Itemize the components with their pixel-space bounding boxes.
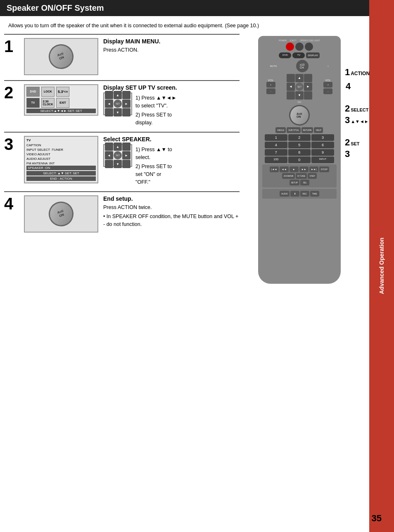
help-btn[interactable]: HELP <box>314 127 323 133</box>
page-title: Speaker ON/OFF System <box>0 0 394 16</box>
power-button[interactable] <box>286 43 294 51</box>
num-1[interactable]: 1 <box>265 134 287 141</box>
step-2-substeps: ▲ ◄ SET ► ▼ 1) Press ▲▼◄►to se <box>103 93 240 127</box>
lock-icon: LOCK <box>41 87 55 97</box>
callout-labels: 1 ACTION 4 2 SELECT 3 ▲▼◄► 2 <box>345 34 370 159</box>
tv-title: TV <box>26 138 96 142</box>
step-2-number: 2 <box>4 84 21 101</box>
zoom-btn[interactable]: ZOOM/NR <box>282 173 295 179</box>
dvd-icon: DVD <box>26 87 40 97</box>
dpad-up[interactable]: ▲ <box>295 74 304 82</box>
step-btn[interactable]: STEP <box>308 173 317 179</box>
dvd-src-button[interactable]: DVD <box>279 52 291 58</box>
angle-btn[interactable]: ANGLE <box>275 127 286 133</box>
return-btn[interactable]: RETURN <box>301 127 313 133</box>
display-button[interactable]: DISPLAY <box>306 52 320 58</box>
callout-select-group: 2 SELECT 3 ▲▼◄► <box>345 103 370 126</box>
step-3-desc: Select SPEAKER. ▲ ◄ SET ► <box>103 136 240 186</box>
callout-4: 4 <box>346 81 370 92</box>
eject-button[interactable] <box>295 43 304 51</box>
num-0[interactable]: 0 <box>288 157 311 163</box>
step-1-image: ActiON <box>24 38 98 75</box>
step-3: 3 TV CAPTION INPUT SELECT :TUNER VIDEO A… <box>4 132 240 186</box>
ff-btn[interactable]: ►► <box>299 166 309 172</box>
step-3-heading: Select SPEAKER. <box>103 136 240 142</box>
step-1-heading: Display MAIN MENU. <box>103 38 240 45</box>
right-column: POWER EJECT OPEN/CLOSE LIGHT DVD TV DISP… <box>244 34 384 284</box>
vol2-up[interactable]: + <box>323 82 332 88</box>
title-text: Speaker ON/OFF System <box>7 3 104 12</box>
prev-btn[interactable]: |◄◄ <box>270 166 279 172</box>
transport-section: |◄◄ ◄◄ ► ►► ►►| STOP ZOOM/NR R.TUNE STEP… <box>262 164 337 188</box>
callout-action: 1 ACTION <box>345 67 370 78</box>
tv-menu-screen: DVD LOCK 5.3¹CH TV 2:30CLOCK EXIT SELECT… <box>24 84 98 116</box>
tv-icon: TV <box>26 98 40 108</box>
sub-title-btn[interactable]: SUB.TITLE <box>287 127 300 133</box>
screen-bar-3a: SELECT: ▲▼ SET: SET <box>26 171 96 176</box>
play-btn[interactable]: ► <box>290 166 299 172</box>
step-2-desc: Display SET UP TV screen. ▲ ◄ SET ► <box>103 84 240 127</box>
num-100[interactable]: 100 <box>265 157 287 163</box>
step-3-number: 3 <box>4 136 21 152</box>
rec-btn[interactable]: REC <box>300 191 309 197</box>
screen-bar: SELECT:▲▼◄► SET: SET <box>26 109 96 113</box>
dpad-down[interactable]: ▼ <box>295 91 304 100</box>
num-5[interactable]: 5 <box>288 142 311 148</box>
next-btn[interactable]: ►►| <box>309 166 318 172</box>
vol-ch-section: VOL + - ▲ ◄ SET ► ▼ <box>261 74 338 100</box>
step-3-sub1: 1) Press ▲▼ toselect. <box>135 146 172 162</box>
step-1-desc: Display MAIN MENU. Press ACTION. <box>103 38 240 54</box>
steps-column: 1 ActiON Display MAIN MENU. Press ACTION… <box>4 34 244 284</box>
step-2-heading: Display SET UP TV screen. <box>103 84 240 91</box>
setup-btn[interactable]: SETUP <box>290 180 300 185</box>
vol2-down[interactable]: - <box>323 88 332 94</box>
numpad: 1 2 3 4 5 6 7 8 9 100 0 INPUT <box>261 134 338 163</box>
step-4-note: • In SPEAKER OFF condition, the MUTE but… <box>103 213 240 228</box>
vol-up[interactable]: + <box>266 82 275 88</box>
r-tune-btn[interactable]: R.TUNE <box>296 173 307 179</box>
action-button-icon: ActiON <box>45 40 77 72</box>
main-dpad: ▲ ◄ SET ► ▼ <box>287 74 312 100</box>
num-4[interactable]: 4 <box>265 142 287 148</box>
caption-item: CAPTION <box>26 143 96 147</box>
vol-down[interactable]: - <box>266 88 275 94</box>
num-7[interactable]: 7 <box>265 149 287 156</box>
sidebar-label: Advanced Operation <box>369 0 394 532</box>
intro-text: Allows you to turn off the speaker of th… <box>0 20 394 34</box>
step-4-number: 4 <box>4 195 21 212</box>
dpad-left[interactable]: ◄ <box>287 83 295 91</box>
action-button-icon-4: ActiON <box>45 198 77 230</box>
exit-icon: EXIT <box>56 98 69 108</box>
dpad-right[interactable]: ► <box>304 83 312 91</box>
num-6[interactable]: 6 <box>311 142 334 148</box>
speaker-menu-screen: TV CAPTION INPUT SELECT :TUNER VIDEO ADJ… <box>24 136 98 183</box>
action-label: ACTION <box>351 71 370 76</box>
source-buttons: DVD TV DISPLAY <box>261 52 338 58</box>
clock-icon: 2:30CLOCK <box>41 98 55 108</box>
num-3[interactable]: 3 <box>311 134 334 141</box>
light-button[interactable] <box>305 43 313 51</box>
step-1: 1 ActiON Display MAIN MENU. Press ACTION… <box>4 34 240 75</box>
pause-btn[interactable]: ⏸ <box>290 191 299 197</box>
num-2[interactable]: 2 <box>288 134 311 141</box>
num-input[interactable]: INPUT <box>311 157 334 163</box>
time-btn[interactable]: TIME <box>310 191 319 197</box>
step-2-sub2: 2) Press SET todisplay. <box>135 111 177 127</box>
tv-src-button[interactable]: TV <box>292 52 305 58</box>
rew-btn[interactable]: ◄◄ <box>280 166 289 172</box>
step-3-image: TV CAPTION INPUT SELECT :TUNER VIDEO ADJ… <box>24 136 98 183</box>
step-4: 4 ActiON End setup. Press ACTION twice. … <box>4 191 240 233</box>
step-4-heading: End setup. <box>103 195 240 202</box>
mute-ch-row: MUTE ≥10CH + <box>261 60 338 72</box>
sel-btn[interactable]: SEL <box>300 180 309 185</box>
audio-btn[interactable]: AUDIO <box>280 191 290 197</box>
action-section: ActiON <box>289 105 310 126</box>
ch-button[interactable]: ≥10CH <box>296 60 309 72</box>
stop-btn[interactable]: STOP <box>319 166 329 172</box>
action-remote-btn[interactable]: ActiON <box>287 102 312 128</box>
step-3-substeps: ▲ ◄ SET ► ▼ 1) Press ▲▼ tosele <box>103 144 240 186</box>
num-9[interactable]: 9 <box>311 149 334 156</box>
set-button[interactable]: SET <box>295 83 304 91</box>
step-4-desc: End setup. Press ACTION twice. • In SPEA… <box>103 195 240 228</box>
num-8[interactable]: 8 <box>288 149 311 156</box>
